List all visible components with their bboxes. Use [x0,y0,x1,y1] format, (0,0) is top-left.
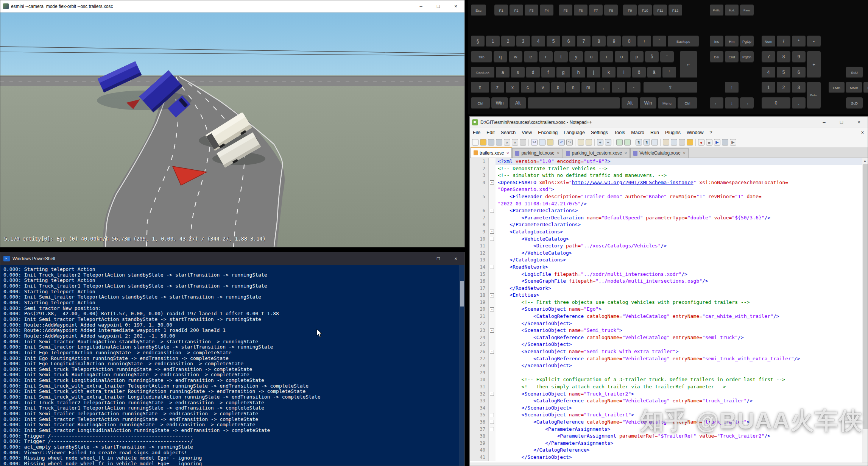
zoom-out-icon[interactable]: − [605,139,611,145]
fold-margin[interactable]: - [489,411,496,419]
code-line[interactable]: 11 <Directory path="../xosc/Catalogs/Veh… [470,242,868,250]
run-macro-multiple-icon[interactable]: ▶ [730,139,736,145]
code-line[interactable]: 7 <ParameterDeclaration name="DefaultSpe… [470,214,868,222]
fold-collapse-icon[interactable]: - [490,350,494,354]
code-line[interactable]: 39 </ParameterAssignments> [470,440,868,447]
console-output[interactable]: 0.000: Starting teleport Action0.000: In… [0,265,464,466]
menu-run[interactable]: Run [647,128,662,137]
scroll-up-arrow[interactable]: ▲ [862,158,868,164]
save-icon[interactable] [488,139,494,145]
code-line[interactable]: 17 </RoadNetwork> [470,285,868,292]
fold-collapse-icon[interactable]: - [490,209,494,213]
fold-margin[interactable]: - [489,327,496,334]
fold-collapse-icon[interactable]: - [490,230,494,234]
tab-close-icon[interactable]: × [683,151,685,155]
maximize-button[interactable]: □ [430,0,447,12]
code-line[interactable]: 14- <RoadNetwork> [470,264,868,271]
menu-encoding[interactable]: Encoding [535,128,561,137]
fold-margin[interactable]: - [489,207,496,214]
function-list-icon[interactable] [663,139,669,145]
menu-file[interactable]: File [470,128,483,137]
fold-collapse-icon[interactable]: - [490,237,494,241]
print-icon[interactable] [520,139,526,145]
console-scrollbar[interactable] [459,265,464,466]
tab-parking_lot.xosc[interactable]: parking_lot.xosc× [512,148,562,158]
tab-close-icon[interactable]: × [625,151,627,155]
fold-collapse-icon[interactable]: - [490,265,494,269]
tab-parking_lot_custom.xosc[interactable]: parking_lot_custom.xosc× [563,148,630,158]
code-line[interactable]: 19 <!-- First three objects use catalog … [470,299,868,306]
scrollbar-thumb[interactable] [863,164,868,429]
fold-collapse-icon[interactable]: - [490,307,494,311]
code-line[interactable]: 9- <CatalogLocations> [470,228,868,236]
code-line[interactable]: "2022-03-11T08:10:42.217075"/> [470,200,868,208]
code-line[interactable]: 30 <!-- Explicit configuration of a 3-tr… [470,376,868,383]
fold-collapse-icon[interactable]: - [490,392,494,396]
fold-margin[interactable]: - [489,179,496,186]
play-macro-icon[interactable]: ▶ [714,139,720,145]
fold-collapse-icon[interactable]: - [490,328,494,333]
code-line[interactable]: 16 <SceneGraphFile filepath="../models/m… [470,278,868,285]
minimize-button[interactable]: – [412,252,430,265]
word-wrap-icon[interactable]: ¶ [636,139,642,145]
esmini-3d-viewport[interactable]: 5.170 entity[0]: Ego (0) 40.00km/h 56.73… [0,13,464,247]
fold-margin[interactable]: - [489,426,496,433]
open-folder-icon[interactable] [480,139,486,145]
maximize-button[interactable]: □ [430,252,447,265]
copy-icon[interactable] [539,139,545,145]
save-macro-icon[interactable] [722,139,728,145]
fold-collapse-icon[interactable]: - [490,293,494,297]
menu-view[interactable]: View [519,128,535,137]
code-line[interactable]: 23- <ScenarioObject name="Semi_truck"> [470,327,868,334]
sync-horizontal-icon[interactable] [624,139,631,145]
scrollbar-thumb[interactable] [460,281,464,306]
code-line[interactable]: 27 <CatalogReference catalogName="Vehicl… [470,355,868,363]
code-line[interactable]: 31 <!-- Then simply attach each trailer … [470,383,868,391]
record-macro-icon[interactable]: ● [698,139,704,145]
code-line[interactable]: 13 </CatalogLocations> [470,256,868,264]
tab-VehicleCatalog.xosc[interactable]: VehicleCatalog.xosc× [630,148,689,158]
fold-margin[interactable]: - [489,292,496,299]
maximize-button[interactable]: □ [833,117,850,128]
code-line[interactable]: 1<?xml version="1.0" encoding="utf-8"?> [470,158,868,165]
fold-margin[interactable]: - [489,391,496,398]
code-line[interactable]: 6- <ParameterDeclarations> [470,207,868,214]
fold-margin[interactable]: - [489,419,496,426]
code-line[interactable]: 28 </ScenarioObject> [470,362,868,369]
fold-collapse-icon[interactable]: - [490,413,494,417]
menu-search[interactable]: Search [498,128,519,137]
code-line[interactable]: 29 [470,369,868,377]
find-icon[interactable] [578,139,584,145]
close-icon[interactable]: × [504,139,510,145]
tab-close-icon[interactable]: × [506,151,509,155]
code-line[interactable]: 5 <FileHeader description="Trailer demo"… [470,193,868,200]
code-line[interactable]: 20- <ScenarioObject name="Ego"> [470,306,868,313]
code-line[interactable]: 4-<OpenSCENARIO xmlns:xsi="http://www.w3… [470,179,868,186]
document-map-icon[interactable] [671,139,677,145]
code-line[interactable]: 2<!-- Demonstrate trailer vehicles --> [470,165,868,172]
code-line[interactable]: 40 </CatalogReference> [470,447,868,454]
show-all-characters-icon[interactable]: ¶ [644,139,650,145]
code-line[interactable]: 26- <ScenarioObject name="Semi_truck_wit… [470,348,868,355]
fold-margin[interactable]: - [489,264,496,271]
save-all-icon[interactable] [496,139,502,145]
cut-icon[interactable]: ✂ [531,139,538,145]
fold-margin[interactable]: - [489,236,496,243]
close-button[interactable]: × [447,0,464,12]
code-line[interactable]: 8 </ParameterDeclarations> [470,221,868,228]
code-line[interactable]: 32- <ScenarioObject name="Truck_trailer2… [470,391,868,398]
code-line[interactable]: 15 <LogicFile filepath="../xodr/multi_in… [470,271,868,278]
menu-language[interactable]: Language [561,128,588,137]
code-line[interactable]: 12 </VehicleCatalog> [470,250,868,257]
code-line[interactable]: 10- <VehicleCatalog> [470,236,868,243]
minimize-button[interactable]: – [815,117,833,128]
redo-icon[interactable]: ↷ [566,139,573,145]
close-all-icon[interactable]: × [512,139,518,145]
menu-tools[interactable]: Tools [611,128,628,137]
fold-margin[interactable]: - [489,348,496,355]
stop-macro-icon[interactable]: ■ [706,139,712,145]
code-line[interactable]: 18- <Entities> [470,292,868,299]
close-button[interactable]: × [447,252,464,265]
menu-macro[interactable]: Macro [628,128,647,137]
code-line[interactable]: 3<!-- simulator with no defined traffic … [470,172,868,179]
